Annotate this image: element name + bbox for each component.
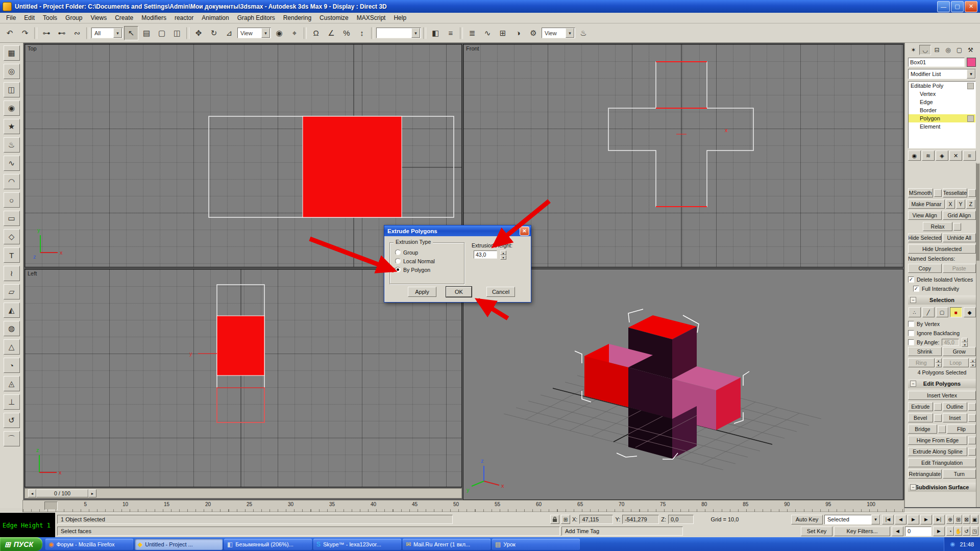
ignore-backfacing-checkbox[interactable]: Ignore Backfacing xyxy=(908,329,976,337)
turn-button[interactable]: Turn xyxy=(943,469,976,479)
bridge-button[interactable]: Bridge xyxy=(908,424,937,434)
by-angle-spinner[interactable]: ▴ ▾ xyxy=(962,338,968,347)
layer-manager-icon[interactable]: ≣ ▾ xyxy=(465,26,479,40)
object-color-swatch[interactable] xyxy=(967,58,976,67)
track-bar[interactable]: 0510152025303540455055606570758085909510… xyxy=(22,500,904,512)
stack-editable-poly[interactable]: Editable Poly xyxy=(909,82,975,90)
current-frame-field[interactable]: 0 xyxy=(905,527,932,536)
taskbar-paint[interactable]: ◧ Безымянный (206%)... xyxy=(224,539,312,550)
geosphere-tool-icon[interactable]: ◔ xyxy=(4,358,20,373)
pyramid-tool-icon[interactable]: △ xyxy=(4,339,20,355)
by-vertex-checkbox[interactable]: By Vertex xyxy=(908,319,976,328)
key-filters-button[interactable]: Key Filters... xyxy=(834,527,890,536)
by-angle-value-field[interactable]: 45,0 xyxy=(942,339,959,346)
viewport-label[interactable]: Top xyxy=(28,45,37,52)
menu-graph-editors[interactable]: Graph Editors xyxy=(233,13,279,22)
star-tool-icon[interactable]: ★ xyxy=(4,119,20,134)
menu-rendering[interactable]: Rendering xyxy=(279,13,315,22)
selection-filter-dropdown[interactable]: All ▾ xyxy=(91,28,123,38)
render-type-dropdown[interactable]: View ▾ xyxy=(542,28,575,38)
msmooth-settings-box[interactable] xyxy=(934,189,942,197)
panel-scrollbar[interactable] xyxy=(976,163,980,507)
viewport-label[interactable]: Front xyxy=(466,45,479,52)
named-selection-sets-dropdown[interactable]: ▾ xyxy=(376,28,421,38)
time-slider-handle[interactable]: 0 / 100 xyxy=(36,489,88,497)
menu-modifiers[interactable]: Modifiers xyxy=(137,13,170,22)
maximize-button[interactable]: ▢ xyxy=(951,1,964,12)
make-planar-y-button[interactable]: Y xyxy=(956,199,965,209)
bevel-button[interactable]: Bevel xyxy=(908,413,933,422)
percent-snap-toggle-icon[interactable]: % ▾ xyxy=(339,26,354,40)
angle-snap-toggle-icon[interactable]: ∠ ▾ xyxy=(324,26,338,40)
curve-editor-icon[interactable]: ∿ ▾ xyxy=(480,26,495,40)
extrusion-type-by-polygon-radio[interactable]: By Polygon xyxy=(395,266,464,273)
zoom-extents-icon[interactable]: ⊠ xyxy=(963,515,970,524)
cone-tool-icon[interactable]: ◭ xyxy=(4,303,20,318)
field-of-view-icon[interactable]: ◔ xyxy=(946,527,954,536)
tab-utilities[interactable]: ⚒ xyxy=(965,45,976,55)
text-tool-icon[interactable]: T xyxy=(4,247,20,263)
select-and-manipulate-icon[interactable]: ⌖ ▾ xyxy=(287,26,302,40)
y-coordinate-field[interactable]: -541,279 xyxy=(622,515,659,524)
next-frame-button[interactable]: ▶ xyxy=(920,515,932,524)
tab-modify[interactable]: ◡ xyxy=(919,45,931,55)
zoom-icon[interactable]: ⊕ xyxy=(946,515,954,524)
make-planar-x-button[interactable]: X xyxy=(946,199,955,209)
extrusion-type-local-normal-radio[interactable]: Local Normal xyxy=(395,258,464,264)
edit-polygons-rollout-header[interactable]: − Edit Polygons xyxy=(908,379,976,388)
hinge-from-edge-button[interactable]: Hinge From Edge xyxy=(908,436,967,445)
stack-element[interactable]: Element xyxy=(909,122,975,131)
menu-maxscript[interactable]: MAXScript xyxy=(353,13,390,22)
inset-button[interactable]: Inset xyxy=(943,413,968,422)
select-object-icon[interactable]: ↖ ▾ xyxy=(124,26,138,40)
taskbar-3dsmax[interactable]: ◆ Untitled - Project ... xyxy=(135,539,223,550)
hide-unselected-button[interactable]: Hide Unselected xyxy=(908,244,976,254)
extrusion-height-input[interactable]: 43,0 xyxy=(474,251,497,259)
menu-reactor[interactable]: reactor xyxy=(170,13,198,22)
menu-create[interactable]: Create xyxy=(111,13,137,22)
remove-modifier-button[interactable]: ✕ xyxy=(949,151,962,161)
relax-button[interactable]: Relax xyxy=(923,222,952,231)
make-unique-button[interactable]: ◈ xyxy=(936,151,948,161)
prism-tool-icon[interactable]: ◬ xyxy=(4,376,20,391)
menu-views[interactable]: Views xyxy=(86,13,111,22)
x-coordinate-field[interactable]: 47,115 xyxy=(579,515,613,524)
hinge-settings-box[interactable] xyxy=(968,437,976,444)
reference-coordinate-system-dropdown[interactable]: View ▾ xyxy=(237,28,271,38)
object-name-field[interactable]: Box01 xyxy=(908,58,965,67)
tray-update-icon[interactable]: ◉ xyxy=(950,541,955,547)
loop-spinner[interactable]: ▴ ▾ xyxy=(970,358,976,367)
insert-vertex-button[interactable]: Insert Vertex xyxy=(908,391,976,400)
taskbar-clock[interactable]: 21:48 xyxy=(960,541,974,547)
paste-named-selection-button[interactable]: Paste xyxy=(943,264,976,273)
extrude-along-spline-button[interactable]: Extrude Along Spline xyxy=(908,447,967,456)
zoom-region-icon[interactable]: ▣ xyxy=(971,515,978,524)
tab-motion[interactable]: ◎ xyxy=(943,45,953,55)
stack-border[interactable]: Border xyxy=(909,106,975,114)
selection-rollout-header[interactable]: − Selection xyxy=(908,295,976,305)
select-and-link-icon[interactable]: ⊶ ▾ xyxy=(39,26,54,40)
pin-stack-button[interactable]: ◉ xyxy=(908,151,921,161)
previous-frame-button[interactable]: ◀ xyxy=(895,515,906,524)
selection-lock-icon[interactable] xyxy=(550,515,559,524)
element-mode-icon[interactable]: ◆ xyxy=(964,307,976,317)
show-end-result-button[interactable]: ≋ xyxy=(922,151,935,161)
previous-key-button[interactable]: ◀ xyxy=(892,527,903,536)
minimize-button[interactable]: — xyxy=(937,1,950,12)
msmooth-button[interactable]: MSmooth xyxy=(908,188,933,197)
select-by-name-icon[interactable]: ▤ ▾ xyxy=(139,26,154,40)
menu-file[interactable]: File xyxy=(2,13,20,22)
bind-to-space-warp-icon[interactable]: ∾ ▾ xyxy=(70,26,84,40)
tab-hierarchy[interactable]: ⊟ xyxy=(932,45,942,55)
outline-button[interactable]: Outline xyxy=(943,402,968,411)
full-interactivity-checkbox[interactable]: ✓ Full Interactivity xyxy=(908,284,976,293)
extrusion-height-spinner[interactable]: ▴ ▾ xyxy=(500,251,506,260)
stack-polygon[interactable]: Polygon xyxy=(909,114,975,122)
close-button[interactable]: ✕ xyxy=(965,1,977,12)
stack-display-toggle[interactable] xyxy=(967,83,974,89)
stack-display-toggle[interactable] xyxy=(967,115,974,122)
maxscript-mini-listener[interactable]: Edge Height 1 xyxy=(0,513,55,538)
configure-modifier-sets-button[interactable]: ≡ xyxy=(963,151,976,161)
make-planar-z-button[interactable]: Z xyxy=(966,199,975,209)
teapot-tool-icon[interactable]: ♨ xyxy=(4,137,20,153)
